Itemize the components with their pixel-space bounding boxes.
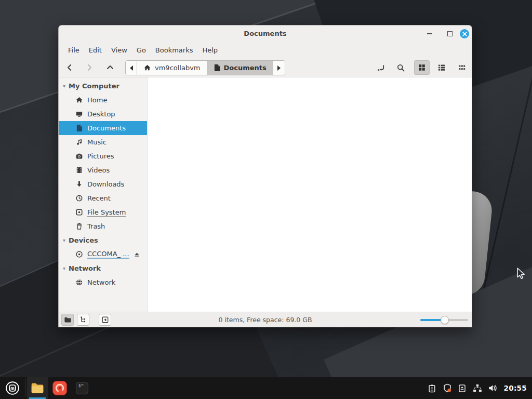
item-label: Music — [87, 138, 107, 146]
sidebar-item-documents[interactable]: Documents — [59, 121, 147, 135]
window-title: Documents — [59, 25, 472, 42]
toolbar: vm9collabvm Documents — [59, 58, 472, 77]
status-text: 0 items, Free space: 69.0 GB — [59, 316, 472, 324]
sidebar-item-desktop[interactable]: Desktop — [59, 107, 147, 121]
item-label: Network — [87, 278, 115, 286]
menubar: File Edit View Go Bookmarks Help — [59, 42, 472, 58]
clock[interactable]: 20:55 — [503, 384, 527, 392]
item-label: Recent — [87, 194, 111, 202]
sidebar-item-cccoma[interactable]: CCCOMA_ ... — [59, 247, 147, 261]
list-view-button[interactable] — [434, 60, 449, 75]
home-icon — [143, 64, 151, 72]
web-browser-launcher[interactable] — [49, 377, 70, 399]
folder-contents-pane[interactable] — [148, 77, 472, 312]
compact-view-icon — [458, 63, 466, 72]
sidebar-item-home[interactable]: Home — [59, 93, 147, 107]
sidebar-section-devices[interactable]: ▾ Devices — [59, 233, 147, 247]
up-button[interactable] — [103, 60, 117, 75]
sidebar-item-music[interactable]: Music — [59, 135, 147, 149]
mint-menu-button[interactable] — [0, 377, 25, 399]
globe-icon — [75, 278, 83, 287]
film-icon — [75, 166, 83, 175]
file-manager-window: Documents File Edit View Go Bookmarks He… — [58, 25, 472, 327]
breadcrumb-scroll-right-button[interactable] — [273, 61, 285, 75]
back-button[interactable] — [62, 60, 77, 75]
sidebar-section-network[interactable]: ▾ Network — [59, 261, 147, 275]
maximize-icon — [447, 31, 453, 36]
sidebar-item-videos[interactable]: Videos — [59, 163, 147, 177]
drive-icon — [75, 208, 83, 217]
item-label: Videos — [87, 166, 110, 174]
item-label: Desktop — [87, 110, 115, 118]
zoom-slider[interactable] — [420, 314, 468, 326]
collapse-arrow-icon: ▾ — [63, 83, 65, 89]
sidebar-item-file-system[interactable]: File System — [59, 205, 147, 219]
toggle-location-entry-icon — [377, 63, 385, 72]
breadcrumb-scroll-left-button[interactable] — [126, 61, 137, 75]
network-tray-icon[interactable] — [473, 383, 482, 393]
removable-media-tray-icon[interactable] — [458, 383, 467, 393]
section-label: Network — [69, 264, 101, 272]
browser-icon — [52, 380, 68, 396]
breadcrumb-home-button[interactable]: vm9collabvm — [137, 61, 207, 75]
close-button[interactable] — [460, 29, 469, 38]
zoom-slider-handle[interactable] — [441, 316, 449, 324]
section-label: Devices — [69, 236, 98, 244]
sidebar-item-pictures[interactable]: Pictures — [59, 149, 147, 163]
terminal-icon: $ — [75, 381, 89, 395]
desktop-icon — [75, 110, 83, 118]
music-note-icon — [75, 138, 83, 147]
eject-button[interactable] — [134, 251, 140, 258]
system-tray: 20:55 — [428, 383, 532, 393]
breadcrumb-current-button[interactable]: Documents — [207, 61, 273, 75]
close-icon — [460, 29, 469, 38]
clock-icon — [75, 194, 83, 203]
taskbar: $ 20:55 — [0, 377, 532, 399]
collapse-arrow-icon: ▾ — [63, 237, 65, 243]
linux-mint-logo-icon — [5, 380, 20, 396]
item-label: Pictures — [87, 152, 114, 160]
titlebar[interactable]: Documents — [59, 25, 472, 42]
menu-file[interactable]: File — [63, 44, 84, 56]
statusbar: 0 items, Free space: 69.0 GB — [59, 312, 472, 327]
sidebar-item-recent[interactable]: Recent — [59, 191, 147, 205]
menu-bookmarks[interactable]: Bookmarks — [151, 44, 198, 56]
section-label: My Computer — [69, 82, 119, 90]
report-tray-icon[interactable] — [428, 383, 437, 393]
update-shield-tray-icon[interactable] — [443, 383, 452, 393]
volume-tray-icon[interactable] — [488, 383, 497, 393]
file-manager-launcher[interactable] — [27, 377, 48, 399]
sidebar-item-network[interactable]: Network — [59, 275, 147, 289]
sidebar-section-my-computer[interactable]: ▾ My Computer — [59, 79, 147, 93]
taskbar-divider — [25, 379, 25, 397]
forward-button[interactable] — [82, 60, 97, 75]
grid-view-button[interactable] — [414, 60, 430, 75]
item-label: File System — [87, 208, 126, 217]
collapse-arrow-icon: ▾ — [63, 265, 65, 271]
minimize-icon — [427, 33, 432, 34]
compact-view-button[interactable] — [455, 60, 469, 75]
sidebar-item-downloads[interactable]: Downloads — [59, 177, 147, 191]
menu-go[interactable]: Go — [132, 44, 151, 56]
search-icon — [396, 63, 405, 72]
menu-view[interactable]: View — [107, 44, 132, 56]
mouse-cursor — [516, 268, 527, 281]
item-label: Trash — [87, 222, 105, 230]
maximize-button[interactable] — [445, 29, 455, 38]
toggle-location-entry-button[interactable] — [374, 60, 388, 75]
minimize-button[interactable] — [425, 29, 434, 38]
menu-edit[interactable]: Edit — [84, 44, 107, 56]
folder-icon — [30, 380, 45, 396]
list-view-icon — [437, 63, 446, 72]
item-label: Documents — [87, 124, 126, 132]
breadcrumb-home-label: vm9collabvm — [155, 64, 201, 72]
optical-disc-icon — [75, 250, 83, 259]
search-button[interactable] — [393, 60, 408, 75]
eject-icon — [134, 251, 140, 258]
breadcrumb: vm9collabvm Documents — [125, 60, 285, 75]
sidebar-item-trash[interactable]: Trash — [59, 219, 147, 233]
terminal-launcher[interactable]: $ — [72, 377, 92, 399]
svg-text:$: $ — [78, 383, 81, 388]
trash-icon — [75, 222, 83, 231]
menu-help[interactable]: Help — [197, 44, 222, 56]
